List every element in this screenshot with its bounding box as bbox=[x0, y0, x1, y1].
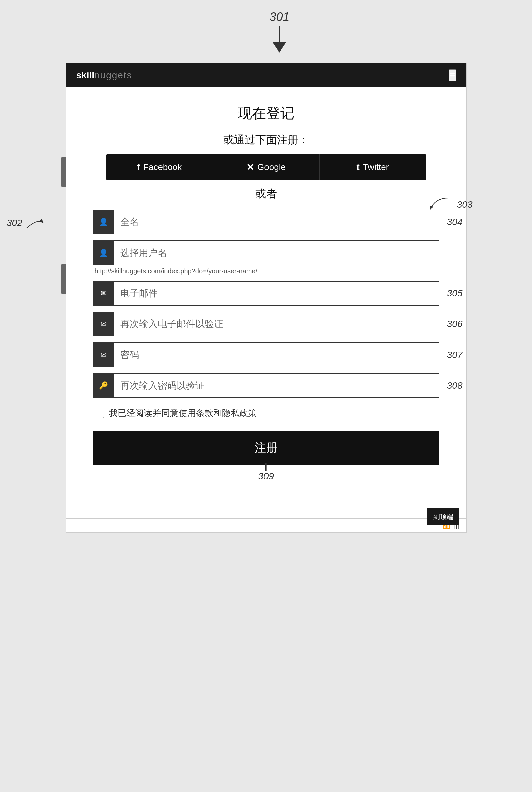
confirm-password-icon: 🔑 bbox=[94, 374, 114, 397]
brand-skill: skill bbox=[76, 70, 94, 81]
register-button[interactable]: 注册 bbox=[93, 431, 439, 465]
terms-label: 我已经阅读并同意使用条款和隐私政策 bbox=[109, 408, 257, 419]
facebook-label: Facebook bbox=[144, 162, 182, 172]
main-card: skill nuggets ≡ 现在登记 或通过下面注册： f Facebook… bbox=[65, 62, 467, 533]
annotation-303-label: 303 bbox=[457, 199, 473, 210]
annotation-302-label: 302 bbox=[7, 218, 22, 228]
confirm-email-field-wrapper: ✉ 306 bbox=[93, 312, 439, 337]
top-annotation-area: 301 bbox=[0, 0, 532, 62]
password-form-group: ✉ bbox=[93, 342, 439, 367]
page-outer-wrapper: 302 skill nuggets ≡ bbox=[0, 62, 532, 533]
facebook-button[interactable]: f Facebook bbox=[106, 154, 213, 180]
password-icon: ✉ bbox=[94, 343, 114, 366]
fullname-input[interactable] bbox=[114, 210, 439, 234]
fullname-form-group: 👤 bbox=[93, 210, 439, 234]
brand-nuggets: nuggets bbox=[94, 70, 132, 81]
annotation-302-arrow bbox=[25, 216, 45, 230]
email-input[interactable] bbox=[114, 282, 439, 305]
annotation-304-label: 304 bbox=[447, 217, 463, 227]
url-hint-text: http://skillnuggets.com/index.php?do=/yo… bbox=[93, 267, 439, 275]
email-form-group: ✉ bbox=[93, 281, 439, 306]
fullname-field-wrapper: 👤 304 bbox=[93, 210, 439, 234]
google-button[interactable]: ✕ Google bbox=[213, 154, 320, 180]
confirm-password-field-wrapper: 🔑 308 bbox=[93, 373, 439, 398]
annotation-308-label: 308 bbox=[447, 380, 463, 391]
main-content: 现在登记 或通过下面注册： f Facebook ✕ Google t Twit… bbox=[66, 87, 466, 485]
google-icon: ✕ bbox=[246, 162, 254, 173]
left-tab-2 bbox=[61, 264, 66, 294]
annotation-302-group: 302 bbox=[7, 216, 45, 230]
twitter-icon: t bbox=[357, 162, 360, 173]
annotation-301-label: 301 bbox=[269, 10, 289, 24]
confirm-email-icon: ✉ bbox=[94, 313, 114, 336]
navbar-brand: skill nuggets bbox=[76, 70, 132, 81]
username-input[interactable] bbox=[114, 241, 439, 265]
username-form-group: 👤 bbox=[93, 241, 439, 265]
twitter-label: Twitter bbox=[363, 162, 389, 172]
email-icon: ✉ bbox=[94, 282, 114, 305]
annotation-306-label: 306 bbox=[447, 319, 463, 329]
social-buttons-container: f Facebook ✕ Google t Twitter bbox=[106, 154, 426, 180]
annotation-307-label: 307 bbox=[447, 350, 463, 360]
or-text: 或者 bbox=[93, 187, 439, 201]
email-field-wrapper: ✉ 305 bbox=[93, 281, 439, 306]
left-tab-1 bbox=[61, 157, 66, 194]
annotation-309-group: 309 bbox=[258, 463, 274, 482]
register-button-wrapper: 注册 309 bbox=[93, 431, 439, 465]
username-field-wrapper: 👤 bbox=[93, 241, 439, 265]
terms-checkbox-row: 我已经阅读并同意使用条款和隐私政策 bbox=[93, 404, 439, 422]
bottom-area: 到顶端 bbox=[66, 485, 466, 518]
page-title: 现在登记 bbox=[93, 104, 439, 123]
or-register-text: 或通过下面注册： bbox=[93, 133, 439, 148]
facebook-icon: f bbox=[137, 162, 140, 173]
confirm-password-input[interactable] bbox=[114, 374, 439, 397]
username-icon: 👤 bbox=[94, 241, 114, 265]
password-field-wrapper: ✉ 307 bbox=[93, 342, 439, 367]
to-top-button[interactable]: 到顶端 bbox=[428, 508, 459, 525]
terms-checkbox[interactable] bbox=[95, 409, 104, 418]
twitter-button[interactable]: t Twitter bbox=[320, 154, 426, 180]
annotation-309-label: 309 bbox=[258, 471, 274, 482]
registration-form: 303 👤 304 👤 bbox=[93, 210, 439, 465]
annotation-301-arrow: 301 bbox=[243, 10, 289, 53]
annotation-305-label: 305 bbox=[447, 288, 463, 299]
google-label: Google bbox=[258, 162, 286, 172]
navbar: skill nuggets ≡ bbox=[66, 63, 466, 87]
password-input[interactable] bbox=[114, 343, 439, 366]
status-bar: 📶 ||| bbox=[66, 518, 466, 532]
user-icon: 👤 bbox=[94, 210, 114, 234]
confirm-email-input[interactable] bbox=[114, 313, 439, 336]
confirm-email-form-group: ✉ bbox=[93, 312, 439, 337]
hamburger-menu-button[interactable]: ≡ bbox=[449, 69, 456, 81]
confirm-password-form-group: 🔑 bbox=[93, 373, 439, 398]
